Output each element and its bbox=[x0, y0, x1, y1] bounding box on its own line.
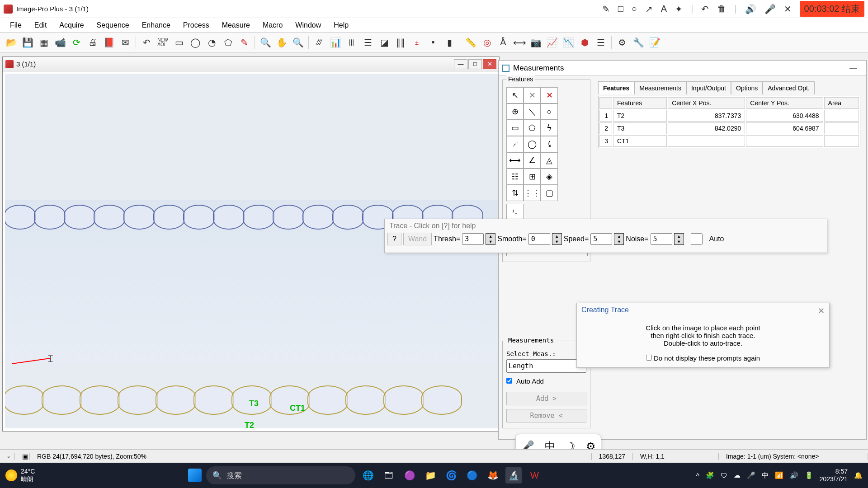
record-timer[interactable]: 00:03:02 结束 bbox=[800, 1, 864, 17]
grid-icon[interactable]: ▦ bbox=[36, 35, 52, 50]
caliper-icon[interactable]: Å bbox=[495, 35, 511, 50]
graph-icon[interactable]: 📈 bbox=[544, 35, 560, 50]
menu-process[interactable]: Process bbox=[177, 19, 216, 31]
tab-options[interactable]: Options bbox=[731, 81, 763, 94]
zoomfit-icon[interactable]: 🔍 bbox=[290, 35, 306, 50]
chevron-up-icon[interactable]: ^ bbox=[696, 472, 699, 479]
menu-measure[interactable]: Measure bbox=[216, 19, 256, 31]
tab-features[interactable]: Features bbox=[598, 81, 634, 94]
menu-enhance[interactable]: Enhance bbox=[136, 19, 177, 31]
bestfit-tool[interactable]: ◬ bbox=[541, 152, 558, 169]
col-cy[interactable]: Center Y Pos. bbox=[746, 97, 823, 109]
explorer-icon[interactable]: 📁 bbox=[422, 467, 439, 483]
wps-icon[interactable]: W bbox=[526, 467, 542, 483]
notif-icon[interactable]: 🔔 bbox=[854, 471, 863, 479]
circle-tool[interactable]: ○ bbox=[541, 103, 558, 120]
save-icon[interactable]: 💾 bbox=[20, 35, 35, 50]
pan-icon[interactable]: ✋ bbox=[274, 35, 289, 50]
macro2-icon[interactable]: 🔧 bbox=[631, 35, 646, 50]
trace-help-button[interactable]: ? bbox=[387, 233, 401, 245]
task-icon[interactable]: 🌐 bbox=[360, 467, 376, 483]
sliders1-icon[interactable]: ⫻ bbox=[311, 35, 327, 50]
snap-icon[interactable]: 📷 bbox=[528, 35, 543, 50]
newaoi-icon[interactable]: NEWAOI bbox=[155, 35, 170, 50]
trace-tool[interactable]: ϟ bbox=[541, 120, 558, 136]
angle2-tool[interactable]: ∠ bbox=[524, 152, 541, 169]
scale-icon[interactable]: ⟷ bbox=[512, 35, 527, 50]
chart-icon[interactable]: ▪ bbox=[425, 35, 441, 50]
taskbar-search[interactable]: 🔍 搜索 bbox=[206, 466, 355, 484]
gray-icon[interactable]: ▮ bbox=[442, 35, 457, 50]
menu-acquire[interactable]: Acquire bbox=[53, 19, 90, 31]
histogram-icon[interactable]: 📊 bbox=[328, 35, 343, 50]
task-icon[interactable]: 🗔 bbox=[381, 467, 397, 483]
systray[interactable]: ^ 🧩 🛡 ☁ 🎤 中 📶 🔊 🔋 8:572023/7/21 🔔 bbox=[696, 468, 863, 483]
macro1-icon[interactable]: ⚙ bbox=[614, 35, 630, 50]
onebyone-tool[interactable]: ¹↓ bbox=[506, 204, 524, 220]
col-area[interactable]: Area bbox=[824, 97, 859, 109]
task-icon[interactable]: 🟣 bbox=[401, 467, 418, 483]
close-rec-icon[interactable]: ✕ bbox=[784, 4, 792, 14]
menu-macro[interactable]: Macro bbox=[256, 19, 289, 31]
bars-icon[interactable]: ∥∥ bbox=[393, 35, 408, 50]
pencil-icon[interactable]: ✎ bbox=[602, 4, 610, 14]
ruler-icon[interactable]: 📏 bbox=[463, 35, 478, 50]
text-icon[interactable]: A bbox=[661, 4, 667, 14]
auto-check[interactable] bbox=[686, 233, 708, 245]
sliders2-icon[interactable]: ⫼ bbox=[344, 35, 359, 50]
freehand-icon[interactable]: ◔ bbox=[204, 35, 219, 50]
tab-io[interactable]: Input/Output bbox=[686, 81, 731, 94]
menu-sequence[interactable]: Sequence bbox=[90, 19, 136, 31]
col-cx[interactable]: Center X Pos. bbox=[668, 97, 745, 109]
tab-measurements[interactable]: Measurements bbox=[634, 81, 686, 94]
undo-icon[interactable]: ↶ bbox=[701, 4, 709, 14]
auto-tool[interactable]: ◈ bbox=[541, 169, 558, 185]
trash-icon[interactable]: 🗑 bbox=[717, 4, 726, 14]
cloud-icon[interactable]: ☁ bbox=[734, 471, 741, 479]
menu-file[interactable]: File bbox=[4, 19, 28, 31]
ctrace-close[interactable]: ✕ bbox=[818, 306, 825, 316]
line-tool[interactable]: ＼ bbox=[524, 103, 541, 120]
wifi-icon[interactable]: 📶 bbox=[775, 471, 783, 479]
tab-advanced[interactable]: Advanced Opt. bbox=[763, 81, 815, 94]
ellipse-icon[interactable]: ◯ bbox=[188, 35, 203, 50]
cube-icon[interactable]: ⬢ bbox=[577, 35, 592, 50]
smooth-input[interactable] bbox=[528, 233, 550, 245]
camera-icon[interactable]: 📹 bbox=[52, 35, 68, 50]
remove-button[interactable]: Remove < bbox=[506, 409, 586, 422]
stack-icon[interactable]: ☰ bbox=[360, 35, 376, 50]
macro3-icon[interactable]: 📝 bbox=[647, 35, 662, 50]
reload-icon[interactable]: ⟳ bbox=[69, 35, 84, 50]
col-num[interactable] bbox=[599, 97, 612, 109]
minimize-button[interactable]: — bbox=[454, 59, 467, 69]
ctrace-dontshow-check[interactable] bbox=[646, 355, 652, 361]
select-meas[interactable]: Length bbox=[506, 359, 586, 373]
arrow-icon[interactable]: ↗ bbox=[645, 4, 653, 14]
ime-icon[interactable]: 中 bbox=[762, 471, 769, 480]
autoadd-check[interactable] bbox=[506, 378, 512, 384]
speed-spin[interactable]: ▲▼ bbox=[614, 233, 624, 245]
hdist-tool[interactable]: ⟷ bbox=[506, 152, 524, 169]
book-icon[interactable]: 📕 bbox=[101, 35, 117, 50]
smooth-spin[interactable]: ▲▼ bbox=[552, 233, 562, 245]
delete-tool[interactable]: ✕ bbox=[524, 87, 541, 103]
firefox-icon[interactable]: 🦊 bbox=[485, 467, 501, 483]
polygon-icon[interactable]: ⬠ bbox=[220, 35, 236, 50]
thresh-input[interactable] bbox=[462, 233, 484, 245]
circle-icon[interactable]: ○ bbox=[632, 4, 637, 14]
plusminus-icon[interactable]: ± bbox=[409, 35, 425, 50]
mic2-icon[interactable]: 🎤 bbox=[747, 471, 755, 479]
wand-icon[interactable]: ✦ bbox=[675, 4, 683, 14]
rect-icon[interactable]: ▭ bbox=[171, 35, 187, 50]
task-icon[interactable]: 🔵 bbox=[464, 467, 480, 483]
features-table[interactable]: Features Center X Pos. Center Y Pos. Are… bbox=[598, 96, 860, 148]
arc-tool[interactable]: ◯ bbox=[524, 136, 541, 152]
rect-tool[interactable]: ▭ bbox=[506, 120, 524, 136]
print-icon[interactable]: 🖨 bbox=[85, 35, 100, 50]
speaker-icon[interactable]: 🔊 bbox=[745, 4, 756, 14]
col-features[interactable]: Features bbox=[613, 97, 667, 109]
delete-all-tool[interactable]: ✕ bbox=[541, 87, 558, 103]
point-tool[interactable]: ⊕ bbox=[506, 103, 524, 120]
angle-tool[interactable]: ⟋ bbox=[506, 136, 524, 152]
imagepro-task-icon[interactable]: 🔬 bbox=[505, 467, 522, 483]
